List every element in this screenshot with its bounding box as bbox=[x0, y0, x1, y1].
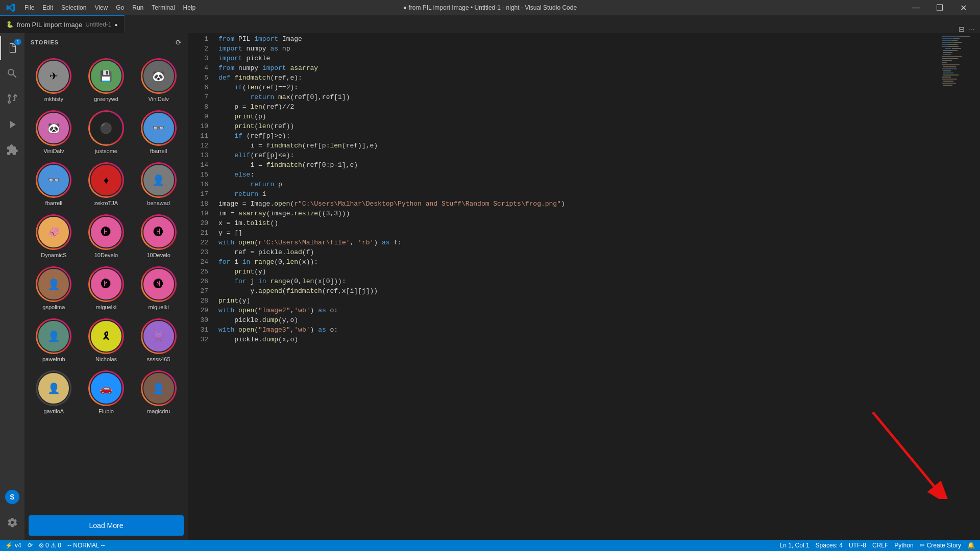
story-name: ViniDalv bbox=[149, 96, 169, 102]
stories-grid: ✈mkhisty💾greenywd🐼ViniDalv🐼ViniDalv⚫just… bbox=[24, 51, 188, 511]
run-button[interactable] bbox=[0, 112, 24, 137]
line-number: 13 bbox=[188, 151, 208, 160]
code-line: y.append(findmatch(ref,x[i][j])) bbox=[218, 286, 939, 296]
editor-wrapper: 1234567891011121314151617181920212223242… bbox=[188, 33, 980, 540]
menu-file[interactable]: File bbox=[20, 0, 38, 15]
code-line: from numpy import asarray bbox=[218, 63, 939, 73]
menu-view[interactable]: View bbox=[90, 0, 112, 15]
story-name: ViniDalv bbox=[43, 148, 64, 154]
line-number: 26 bbox=[188, 277, 208, 286]
menu-terminal[interactable]: Terminal bbox=[148, 0, 179, 15]
extensions-button[interactable] bbox=[0, 138, 24, 162]
menu-help[interactable]: Help bbox=[179, 0, 200, 15]
create-story-button[interactable]: ✏ Create Story bbox=[920, 542, 961, 549]
main-area: 1 S STORIES ⟳ ✈mkhisty💾greenywd🐼ViniD bbox=[0, 33, 980, 540]
story-item[interactable]: ✈mkhisty bbox=[29, 55, 79, 105]
story-item[interactable]: ♦zekroTJA bbox=[81, 159, 132, 209]
minimap bbox=[939, 33, 980, 540]
story-item[interactable]: 👤pawelrub bbox=[29, 315, 79, 365]
code-line: import pickle bbox=[218, 54, 939, 63]
svg-rect-31 bbox=[942, 83, 956, 84]
notifications-icon[interactable]: 🔔 bbox=[967, 542, 975, 549]
svg-rect-14 bbox=[952, 48, 961, 49]
sync-item[interactable]: ⟳ bbox=[28, 542, 33, 549]
tab-bar: 🐍 from PIL import Image Untitled-1 ● ⊟ ·… bbox=[0, 15, 980, 33]
story-item[interactable]: 👓fbarrell bbox=[29, 159, 79, 209]
minimize-button[interactable]: — bbox=[904, 0, 928, 15]
more-actions-button[interactable]: ··· bbox=[969, 25, 975, 33]
code-content[interactable]: from PIL import Imageimport numpy as npi… bbox=[213, 33, 939, 540]
story-name: sssss465 bbox=[147, 356, 170, 362]
search-button[interactable] bbox=[0, 61, 24, 86]
code-line: elif(ref[p]<e): bbox=[218, 151, 939, 160]
window-title: ● from PIL import Image • Untitled-1 - n… bbox=[403, 4, 577, 11]
svg-rect-2 bbox=[960, 36, 970, 37]
story-item[interactable]: 🚗Flubio bbox=[81, 367, 132, 417]
line-number: 32 bbox=[188, 335, 208, 344]
split-editor-button[interactable]: ⊟ bbox=[959, 25, 965, 33]
vim-mode: -- NORMAL -- bbox=[67, 542, 105, 549]
maximize-button[interactable]: ❐ bbox=[928, 0, 951, 15]
menu-selection[interactable]: Selection bbox=[57, 0, 90, 15]
spaces-item[interactable]: Spaces: 4 bbox=[816, 542, 843, 549]
story-name: zekroTJA bbox=[94, 200, 118, 206]
story-item[interactable]: 🦑DynamicS bbox=[29, 211, 79, 261]
tab-modified-dot: ● bbox=[114, 22, 117, 28]
story-item[interactable]: 👓fbarrell bbox=[133, 107, 184, 157]
story-item[interactable]: 👤gavriloA bbox=[29, 367, 79, 417]
menu-run[interactable]: Run bbox=[128, 0, 148, 15]
line-ending-item[interactable]: CRLF bbox=[872, 542, 888, 549]
create-story-icon: ✏ bbox=[920, 542, 925, 549]
version-item[interactable]: ⚡ v4 bbox=[5, 542, 21, 549]
explorer-button[interactable]: 1 bbox=[0, 36, 24, 60]
tab-file-icon: 🐍 bbox=[6, 21, 14, 28]
story-item[interactable]: 👤magicdru bbox=[133, 367, 184, 417]
code-line: with open("Image3",'wb') as o: bbox=[218, 325, 939, 335]
line-number: 9 bbox=[188, 112, 208, 121]
story-item[interactable]: 🅜miguelki bbox=[81, 263, 132, 313]
svg-rect-5 bbox=[942, 40, 951, 41]
encoding-item[interactable]: UTF-8 bbox=[849, 542, 866, 549]
story-item[interactable]: 👤benawad bbox=[133, 159, 184, 209]
story-item[interactable]: 👤gspolima bbox=[29, 263, 79, 313]
svg-rect-25 bbox=[943, 70, 951, 71]
story-item[interactable]: 🅗10Develo bbox=[133, 211, 184, 261]
menu-edit[interactable]: Edit bbox=[38, 0, 57, 15]
line-number: 14 bbox=[188, 160, 208, 170]
refresh-button[interactable]: ⟳ bbox=[176, 38, 182, 46]
load-more-button[interactable]: Load More bbox=[29, 515, 184, 536]
story-item[interactable]: 🐼ViniDalv bbox=[29, 107, 79, 157]
cursor-position[interactable]: Ln 1, Col 1 bbox=[780, 542, 810, 549]
code-line: return i bbox=[218, 189, 939, 199]
story-item[interactable]: 🅗10Develo bbox=[81, 211, 132, 261]
language-mode[interactable]: Python bbox=[894, 542, 913, 549]
code-line: return p bbox=[218, 180, 939, 189]
story-name: mkhisty bbox=[44, 96, 63, 102]
code-editor[interactable]: 1234567891011121314151617181920212223242… bbox=[188, 33, 939, 540]
story-item[interactable]: 👾sssss465 bbox=[133, 315, 184, 365]
svg-rect-13 bbox=[945, 48, 951, 49]
story-name: gavriloA bbox=[43, 408, 64, 414]
menu-go[interactable]: Go bbox=[112, 0, 128, 15]
status-left: ⚡ v4 ⟳ ⊗ 0 ⚠ 0 -- NORMAL -- bbox=[5, 542, 105, 549]
code-line: i = findmatch(ref[p:len(ref)],e) bbox=[218, 141, 939, 151]
code-line: if (ref[p]>e): bbox=[218, 131, 939, 141]
create-story-label: Create Story bbox=[927, 542, 961, 549]
active-tab[interactable]: 🐍 from PIL import Image Untitled-1 ● bbox=[0, 15, 125, 33]
story-item[interactable]: 🎗Nicholas bbox=[81, 315, 132, 365]
account-button[interactable]: S bbox=[5, 490, 19, 504]
svg-rect-19 bbox=[942, 58, 958, 59]
line-number: 31 bbox=[188, 325, 208, 335]
story-item[interactable]: 🐼ViniDalv bbox=[133, 55, 184, 105]
code-line: pickle.dump(x,o) bbox=[218, 335, 939, 344]
story-item[interactable]: ⚫justsome bbox=[81, 107, 132, 157]
line-number: 24 bbox=[188, 257, 208, 267]
close-button[interactable]: ✕ bbox=[951, 0, 975, 15]
errors-item[interactable]: ⊗ 0 ⚠ 0 bbox=[39, 542, 61, 549]
story-item[interactable]: 🅜miguelki bbox=[133, 263, 184, 313]
svg-rect-9 bbox=[942, 44, 948, 45]
story-item[interactable]: 💾greenywd bbox=[81, 55, 132, 105]
source-control-button[interactable] bbox=[0, 87, 24, 111]
line-number: 20 bbox=[188, 218, 208, 228]
settings-button[interactable] bbox=[0, 510, 24, 535]
